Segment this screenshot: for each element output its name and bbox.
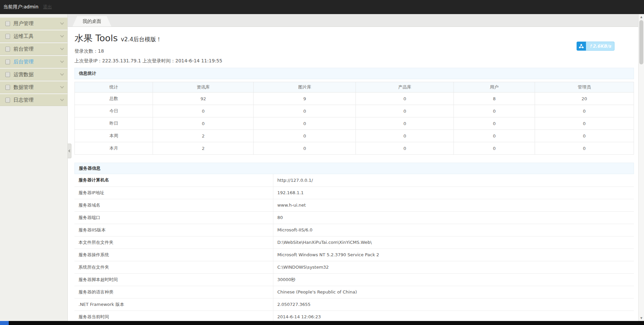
server-info-label: 服务器域名 [74,199,273,211]
sidebar-item[interactable]: 日志管理 [0,94,67,106]
sidebar-item-label: 用户管理 [13,20,61,27]
stats-cell: 2 [153,130,254,142]
server-info-value: C:\WINDOWS\system32 [273,261,634,273]
server-info-row: 本文件所在文件夹 D:\WebSite\HanXiPuTai.com\XinYi… [74,236,634,249]
server-info-label: 服务器IP地址 [74,186,273,199]
chevron-down-icon [60,21,64,24]
last-login-line: 上次登录IP：222.35.131.79.1 上次登录时间：2014-6-14 … [74,58,634,64]
server-info-value: D:\WebSite\HanXiPuTai.com\XinYiCMS.Web\ [273,236,634,249]
chevron-down-icon [60,46,64,50]
tab-bar: 我的桌面 [68,14,644,27]
stats-row: 本月 2 0 0 0 0 [75,142,634,155]
menu-doc-icon [5,72,10,77]
network-speed-badge[interactable]: ↑2.6KB/s [577,42,614,51]
stats-cell: 0 [254,142,356,155]
page-title-main: 水果 Tools [74,33,118,43]
scrollbar-thumb[interactable] [639,20,643,64]
stats-cell: 0 [356,105,454,117]
stats-cell: 0 [254,105,356,117]
stats-col-header: 统计 [75,82,153,93]
stats-row: 总数 92 9 0 8 20 [75,93,634,105]
stats-row: 今日 0 0 0 0 0 [75,105,634,117]
page-title: 水果 Tools v2.4后台模版！ [74,32,634,44]
tab-my-desktop[interactable]: 我的桌面 [72,16,111,26]
server-info-row: 服务器当前时间 2014-6-14 12:06:23 [74,311,634,321]
scroll-down-button[interactable]: ▼ [639,315,644,321]
scroll-up-button[interactable]: ▲ [639,14,644,20]
stats-section: 信息统计 统计 资讯库 图片库 产品库 用户 [74,68,634,155]
main-column: 我的桌面 水果 Tools v2.4后台模版！ 登录次数：18 上次登录IP：2… [68,14,644,321]
stats-cell: 0 [356,117,454,130]
server-info-row: 服务器IIS版本 Microsoft-IIS/6.0 [74,224,634,236]
bottom-strip-accent [0,321,9,325]
sidebar-item-label: 运营数据 [13,71,61,78]
sidebar-item[interactable]: 用户管理 [0,17,67,30]
stats-cell: 92 [153,93,254,105]
sidebar-item[interactable]: 后台管理 [0,56,67,68]
menu-doc-icon [5,59,10,64]
server-info-label: 服务器当前时间 [74,311,273,321]
stats-cell: 0 [153,117,254,130]
stats-cell: 0 [153,105,254,117]
chevron-down-icon [60,34,64,37]
stats-row: 昨日 0 0 0 0 0 [75,117,634,130]
sidebar-item-label: 后台管理 [13,59,61,65]
stats-table: 统计 资讯库 图片库 产品库 用户 管理员 总数 92 [74,82,634,155]
sidebar-item-label: 前台管理 [13,46,61,52]
server-info-label: 服务器的语言种类 [74,286,273,298]
stats-cell: 0 [356,93,454,105]
stats-row-label: 总数 [75,93,153,105]
stats-cell: 0 [535,130,634,142]
server-info-row: 服务器计算机名 http://127.0.0.1/ [74,174,634,186]
stats-col-header: 资讯库 [153,82,254,93]
stats-row: 本周 2 0 0 0 0 [75,130,634,142]
top-bar: 当前用户:admin 退出 [0,0,644,14]
stats-cell: 0 [254,117,356,130]
server-info-row: 服务器端口 80 [74,211,634,224]
menu-doc-icon [5,98,10,103]
sidebar-item[interactable]: 前台管理 [0,43,67,55]
server-info-label: 本文件所在文件夹 [74,236,273,249]
server-info-row: 服务器脚本超时时间 30000秒 [74,273,634,286]
menu-doc-icon [5,85,10,90]
server-info-label: 服务器操作系统 [74,249,273,261]
sidebar-item[interactable]: 数据管理 [0,81,67,93]
stats-col-header: 图片库 [254,82,356,93]
sidebar-item[interactable]: 运维工具 [0,30,67,42]
vertical-scrollbar[interactable]: ▲ ▼ [638,14,644,321]
server-section-title: 服务器信息 [74,163,634,174]
login-count-line: 登录次数：18 [74,48,634,54]
server-info-label: 服务器脚本超时时间 [74,273,273,286]
stats-cell: 0 [535,105,634,117]
server-info-row: 系统所在文件夹 C:\WINDOWS\system32 [74,261,634,273]
stats-cell: 0 [356,142,454,155]
stats-col-header: 用户 [454,82,535,93]
server-info-value: 2.050727.3655 [273,298,634,311]
server-info-table: 服务器计算机名 http://127.0.0.1/ 服务器IP地址 192.16… [74,174,634,321]
server-info-value: Microsoft-IIS/6.0 [273,224,634,236]
chevron-down-icon [60,85,64,88]
stats-col-header: 管理员 [535,82,634,93]
sidebar-collapse-handle[interactable] [68,144,71,158]
stats-row-label: 本月 [75,142,153,155]
server-info-value: http://127.0.0.1/ [273,174,634,186]
sidebar-item-label: 运维工具 [13,33,61,40]
sidebar-item-label: 数据管理 [13,84,61,91]
stats-cell: 0 [454,142,535,155]
chevron-down-icon [60,59,64,63]
admin-app: 当前用户:admin 退出 用户管理 运维工具 前台管理 后台管理 [0,0,644,325]
menu-doc-icon [5,47,10,52]
server-info-label: 系统所在文件夹 [74,261,273,273]
stats-cell: 9 [254,93,356,105]
stats-cell: 2 [153,142,254,155]
sidebar-item[interactable]: 运营数据 [0,68,67,80]
main-layout: 用户管理 运维工具 前台管理 后台管理 运营数据 数据管理 [0,14,644,321]
stats-cell: 0 [535,117,634,130]
stats-row-label: 本周 [75,130,153,142]
stats-cell: 0 [454,117,535,130]
logout-link[interactable]: 退出 [43,4,52,10]
menu-doc-icon [5,21,10,26]
stats-cell: 0 [356,130,454,142]
content-panel: 水果 Tools v2.4后台模版！ 登录次数：18 上次登录IP：222.35… [68,27,644,321]
baidu-cloud-icon [577,42,586,51]
